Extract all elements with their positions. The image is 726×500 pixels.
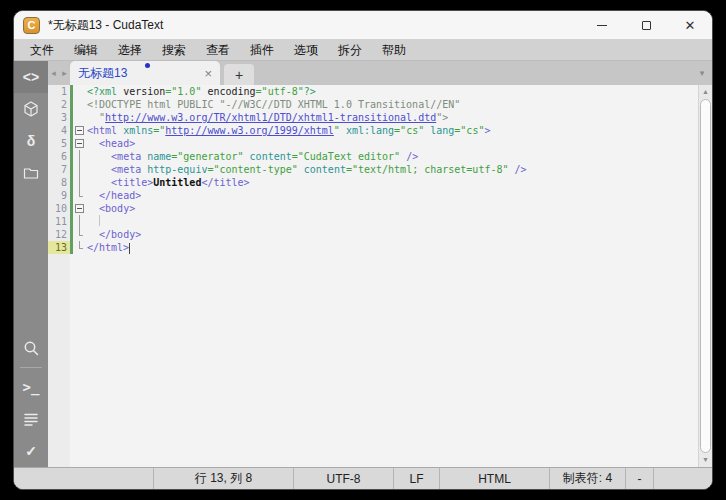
snippets-delta-icon[interactable]: δ — [14, 125, 48, 157]
fold-end-icon — [79, 241, 83, 249]
editor-line-7[interactable]: 7 <meta http-equiv="content-type" conten… — [48, 163, 698, 176]
tab-untitled13[interactable]: 无标题13 × — [70, 61, 220, 85]
code-text[interactable]: <html xmlns="http://www.w3.org/1999/xhtm… — [87, 124, 490, 137]
modified-marker — [70, 189, 73, 202]
editor-line-1[interactable]: 1<?xml version="1.0" encoding="utf-8"?> — [48, 85, 698, 98]
code-text[interactable]: <title>Untitled</title> — [87, 176, 250, 189]
line-number[interactable]: 1 — [48, 85, 70, 98]
editor-line-2[interactable]: 2<!DOCTYPE html PUBLIC "-//W3C//DTD XHTM… — [48, 98, 698, 111]
fold-line-icon — [79, 215, 80, 228]
output-list-icon[interactable] — [14, 403, 48, 435]
editor-line-8[interactable]: 8 <title>Untitled</title> — [48, 176, 698, 189]
code-text[interactable]: <head> — [87, 137, 135, 150]
status-empty-left[interactable] — [14, 468, 154, 489]
editor-line-6[interactable]: 6 <meta name="generator" content="CudaTe… — [48, 150, 698, 163]
line-number[interactable]: 4 — [48, 124, 70, 137]
menu-item-9[interactable]: 帮助 — [372, 39, 416, 61]
cudatext-app-icon: C — [23, 17, 40, 34]
gutter-filler — [48, 254, 70, 467]
search-icon[interactable] — [14, 332, 48, 364]
minimize-button[interactable] — [580, 11, 624, 39]
status-lexer[interactable]: HTML — [440, 468, 550, 489]
fold-collapse-icon[interactable] — [75, 139, 84, 148]
fold-marker — [74, 150, 87, 163]
editor-line-4[interactable]: 4<html xmlns="http://www.w3.org/1999/xht… — [48, 124, 698, 137]
menu-item-4[interactable]: 搜索 — [152, 39, 196, 61]
line-number[interactable]: 10 — [48, 202, 70, 215]
maximize-button[interactable] — [624, 11, 668, 39]
code-text[interactable]: <meta name="generator" content="CudaText… — [87, 150, 418, 163]
line-number[interactable]: 6 — [48, 150, 70, 163]
editor-line-12[interactable]: 12 </body> — [48, 228, 698, 241]
scroll-up-arrow-icon[interactable]: ▲ — [699, 86, 712, 98]
code-text[interactable]: </head> — [87, 189, 141, 202]
close-button[interactable]: ✕ — [668, 11, 712, 39]
code-text[interactable]: <meta http-equiv="content-type" content=… — [87, 163, 527, 176]
menu-item-5[interactable]: 查看 — [196, 39, 240, 61]
code-editor-icon[interactable]: <> — [14, 61, 48, 93]
code-text[interactable]: </html> — [87, 241, 130, 254]
scroll-down-arrow-icon[interactable]: ▼ — [699, 454, 712, 466]
menu-item-6[interactable]: 插件 — [240, 39, 284, 61]
editor-line-10[interactable]: 10 <body> — [48, 202, 698, 215]
menu-item-8[interactable]: 拆分 — [328, 39, 372, 61]
code-text[interactable]: "http://www.w3.org/TR/xhtml1/DTD/xhtml1-… — [87, 111, 448, 124]
editor-line-11[interactable]: 11 — [48, 215, 698, 228]
modified-marker — [70, 150, 73, 163]
code-text[interactable]: <body> — [87, 202, 135, 215]
fold-marker[interactable] — [74, 124, 87, 137]
line-number[interactable]: 7 — [48, 163, 70, 176]
line-number[interactable]: 5 — [48, 137, 70, 150]
editor-lines[interactable]: 1<?xml version="1.0" encoding="utf-8"?>2… — [48, 85, 698, 467]
editor-line-5[interactable]: 5 <head> — [48, 137, 698, 150]
console-icon[interactable]: >_ — [14, 371, 48, 403]
code-text[interactable]: <!DOCTYPE html PUBLIC "-//W3C//DTD XHTML… — [87, 98, 460, 111]
line-number[interactable]: 2 — [48, 98, 70, 111]
menu-item-1[interactable]: 文件 — [20, 39, 64, 61]
tab-scroll-left-button[interactable]: ◂ — [48, 61, 59, 85]
menu-item-2[interactable]: 编辑 — [64, 39, 108, 61]
editor-line-3[interactable]: 3 "http://www.w3.org/TR/xhtml1/DTD/xhtml… — [48, 111, 698, 124]
line-number[interactable]: 11 — [48, 215, 70, 228]
validate-check-icon[interactable]: ✓ — [14, 435, 48, 467]
tab-close-icon[interactable]: × — [204, 67, 212, 80]
new-tab-button[interactable]: + — [224, 64, 254, 85]
modified-marker — [70, 163, 73, 176]
scrollbar-thumb[interactable] — [700, 99, 711, 453]
tab-scroll-right-button[interactable]: ▸ — [59, 61, 70, 85]
package-cube-icon[interactable] — [14, 93, 48, 125]
modified-marker — [70, 137, 73, 150]
activity-sidebar: <>δ>_✓ — [14, 61, 48, 467]
line-number[interactable]: 8 — [48, 176, 70, 189]
fold-marker — [74, 176, 87, 189]
editor-line-9[interactable]: 9 </head> — [48, 189, 698, 202]
line-number[interactable]: 9 — [48, 189, 70, 202]
editor-empty-space[interactable] — [48, 254, 698, 467]
tab-label: 无标题13 — [78, 65, 200, 82]
fold-collapse-icon[interactable] — [75, 204, 84, 213]
modified-marker — [70, 202, 73, 215]
status-line-ends[interactable]: LF — [394, 468, 440, 489]
menu-item-3[interactable]: 选择 — [108, 39, 152, 61]
title-bar[interactable]: C *无标题13 - CudaText ✕ — [14, 11, 712, 39]
menu-item-7[interactable]: 选项 — [284, 39, 328, 61]
fold-marker[interactable] — [74, 202, 87, 215]
fold-marker[interactable] — [74, 137, 87, 150]
editor-line-13[interactable]: 13</html> — [48, 241, 698, 254]
line-number[interactable]: 3 — [48, 111, 70, 124]
fold-collapse-icon[interactable] — [75, 126, 84, 135]
vertical-scrollbar[interactable]: ▲ ▼ — [698, 85, 712, 467]
tab-list-dropdown-button[interactable]: ▾ — [692, 61, 712, 85]
status-selection[interactable]: - — [626, 468, 654, 489]
code-text[interactable] — [87, 215, 100, 228]
code-text[interactable]: <?xml version="1.0" encoding="utf-8"?> — [87, 85, 316, 98]
window-title: *无标题13 - CudaText — [48, 17, 580, 34]
line-number[interactable]: 12 — [48, 228, 70, 241]
status-caret-pos[interactable]: 行 13, 列 8 — [154, 468, 294, 489]
line-number[interactable]: 13 — [48, 241, 70, 254]
status-tab-size[interactable]: 制表符: 4 — [550, 468, 626, 489]
project-folder-icon[interactable] — [14, 157, 48, 189]
status-fill[interactable] — [654, 468, 712, 489]
code-text[interactable]: </body> — [87, 228, 141, 241]
status-encoding[interactable]: UTF-8 — [294, 468, 394, 489]
